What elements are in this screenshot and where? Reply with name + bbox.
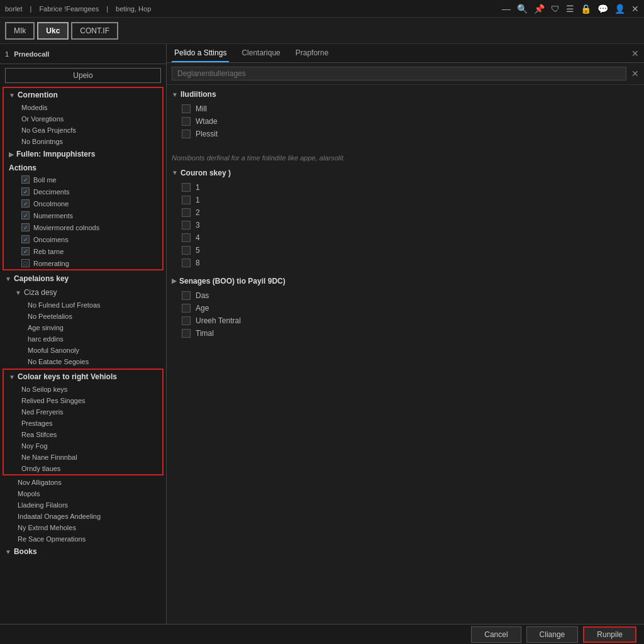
tree-item-mopols[interactable]: Mopols bbox=[0, 488, 166, 499]
tree-item-extrnd[interactable]: Ny Extrnd Meholes bbox=[0, 522, 166, 533]
movie-checkbox[interactable]: ✓ bbox=[21, 223, 30, 231]
cancel-button[interactable]: Cancel bbox=[471, 626, 521, 643]
toolbar-btn-ukc[interactable]: Ukc bbox=[37, 22, 69, 40]
search-input[interactable] bbox=[172, 67, 626, 80]
toolbar-btn-mik[interactable]: MIk bbox=[5, 22, 35, 40]
titlebar-item-2[interactable]: Fabrice !Feamgees bbox=[39, 5, 99, 13]
colorkeys-header[interactable]: ▼ Coloar keys to right Vehiols bbox=[4, 370, 162, 384]
user-icon[interactable]: 👤 bbox=[614, 4, 625, 14]
lock-icon[interactable]: 🔒 bbox=[580, 4, 591, 14]
rebtarne-checkbox[interactable]: ✓ bbox=[21, 247, 30, 255]
tree-item-rea[interactable]: Rea Stifces bbox=[4, 429, 162, 440]
apply-button[interactable]: Runpile bbox=[583, 626, 636, 643]
tab-prapforne[interactable]: Prapforne bbox=[293, 44, 331, 62]
tree-item-lladeing[interactable]: Lladeing Filalors bbox=[0, 499, 166, 511]
check-row-c2[interactable]: 2 bbox=[172, 206, 639, 219]
tree-item-ned[interactable]: Ned Freryeris bbox=[4, 406, 162, 418]
senages-header[interactable]: ▶ Senages (BOO) tio Payil 9DC) bbox=[172, 277, 639, 286]
tree-item-noy[interactable]: Noy Fog bbox=[4, 440, 162, 452]
check-row-mill[interactable]: Mill bbox=[172, 103, 639, 115]
tab-clentarique[interactable]: Clentarique bbox=[239, 44, 282, 62]
checkbox-das[interactable] bbox=[182, 291, 191, 300]
change-button[interactable]: Cliange bbox=[526, 626, 579, 643]
check-row-c4[interactable]: 4 bbox=[172, 231, 639, 244]
checkbox-c4[interactable] bbox=[182, 233, 191, 242]
checkbox-age[interactable] bbox=[182, 304, 191, 313]
checkbox-c2[interactable] bbox=[182, 208, 191, 217]
checkbox-c8[interactable] bbox=[182, 258, 191, 267]
tree-item-bollme[interactable]: ✓ Boll me bbox=[4, 174, 162, 186]
capelaions-header[interactable]: ▼ Capelaions key bbox=[0, 272, 166, 286]
checkbox-timal[interactable] bbox=[182, 329, 191, 338]
shield-icon[interactable]: 🛡 bbox=[551, 4, 560, 14]
tree-item-numer[interactable]: ✓ Numerments bbox=[4, 209, 162, 221]
checkbox-plessit[interactable] bbox=[182, 130, 191, 138]
tree-item-romerating[interactable]: □ Romerating bbox=[4, 257, 162, 269]
iludiitions-header[interactable]: ▼ Iludiitions bbox=[172, 90, 639, 99]
check-row-plessit[interactable]: Plessit bbox=[172, 128, 639, 140]
toolbar-btn-contif[interactable]: CONТ.IF bbox=[71, 22, 118, 40]
tree-item-seilop[interactable]: No Seilop keys bbox=[4, 384, 162, 395]
checkbox-wtade[interactable] bbox=[182, 117, 191, 126]
check-row-c3[interactable]: 3 bbox=[172, 219, 639, 231]
check-row-c5[interactable]: 5 bbox=[172, 244, 639, 257]
search-close-icon[interactable]: ✕ bbox=[631, 69, 639, 79]
check-row-c1a[interactable]: 1 bbox=[172, 181, 639, 194]
fullen-header[interactable]: ▶ Fullen: Imnpuphisters bbox=[4, 147, 162, 161]
oncoimens-checkbox[interactable]: ✓ bbox=[21, 235, 30, 243]
check-row-timal[interactable]: Timal bbox=[172, 327, 639, 340]
check-row-c1b[interactable]: 1 bbox=[172, 194, 639, 206]
checkbox-mill[interactable] bbox=[182, 104, 191, 113]
romerating-checkbox[interactable]: □ bbox=[21, 259, 30, 267]
checkbox-c1a[interactable] bbox=[182, 183, 191, 192]
tree-item-relived[interactable]: Relived Pes Singges bbox=[4, 395, 162, 406]
tree-item-movie[interactable]: ✓ Moviermored colnods bbox=[4, 221, 162, 233]
tab-pelido[interactable]: Pelido a Sttings bbox=[172, 44, 229, 62]
tree-item-orndy[interactable]: Orndy tlaues bbox=[4, 463, 162, 474]
tree-item-age-sinving[interactable]: Age sinving bbox=[10, 322, 166, 333]
close-icon[interactable]: ✕ bbox=[631, 4, 639, 14]
check-row-age[interactable]: Age bbox=[172, 302, 639, 314]
tree-item-alligation[interactable]: Nov Alligatons bbox=[0, 477, 166, 488]
tree-item-fulned[interactable]: No Fulned Luof Fretoas bbox=[10, 299, 166, 311]
tree-item-rebtarne[interactable]: ✓ Reb tarne bbox=[4, 245, 162, 257]
checkbox-c5[interactable] bbox=[182, 246, 191, 255]
check-row-ureeh[interactable]: Ureeh Tentral bbox=[172, 314, 639, 327]
menu-icon[interactable]: ☰ bbox=[566, 4, 574, 14]
minimize-icon[interactable]: — bbox=[502, 4, 511, 14]
numer-checkbox[interactable]: ✓ bbox=[21, 211, 30, 219]
tree-item-prestages[interactable]: Prestages bbox=[4, 418, 162, 429]
tree-item-modedis[interactable]: Modedis bbox=[4, 102, 162, 113]
tree-item-decciments[interactable]: ✓ Decciments bbox=[4, 186, 162, 197]
check-row-das[interactable]: Das bbox=[172, 289, 639, 302]
tree-item-harc[interactable]: harc eddins bbox=[10, 333, 166, 345]
books-header[interactable]: ▼ Books bbox=[0, 545, 166, 558]
checkbox-c3[interactable] bbox=[182, 221, 191, 230]
check-row-wtade[interactable]: Wtade bbox=[172, 115, 639, 128]
chat-icon[interactable]: 💬 bbox=[597, 4, 608, 14]
cornention-header[interactable]: ▼ Cornention bbox=[4, 88, 162, 102]
tree-item-mooful[interactable]: Mooful Sanonoly bbox=[10, 345, 166, 356]
titlebar-item-3[interactable]: beting, Hop bbox=[116, 5, 151, 13]
tree-item-eatacte[interactable]: No Eatacte Segoies bbox=[10, 356, 166, 367]
checkbox-c1b[interactable] bbox=[182, 196, 191, 204]
tree-item-voregtions[interactable]: Or Voregtions bbox=[4, 113, 162, 125]
tree-item-prujencfs[interactable]: No Gea Prujencfs bbox=[4, 125, 162, 136]
tree-item-indaatal[interactable]: Indaatal Onages Andeeling bbox=[0, 511, 166, 522]
titlebar-item-1[interactable]: borlet bbox=[5, 5, 23, 13]
pin-icon[interactable]: 📌 bbox=[534, 4, 545, 14]
checkbox-ureeh[interactable] bbox=[182, 316, 191, 325]
tree-item-resace[interactable]: Re Sace Opmerations bbox=[0, 533, 166, 545]
tree-item-nenane[interactable]: Ne Nane Finnnbal bbox=[4, 452, 162, 463]
tree-item-oncoimens[interactable]: ✓ Oncoimens bbox=[4, 233, 162, 245]
search-icon[interactable]: 🔍 bbox=[517, 4, 528, 14]
ciza-header[interactable]: ▼ Ciza desy bbox=[10, 286, 166, 299]
tree-item-peetelalios[interactable]: No Peetelalios bbox=[10, 311, 166, 322]
bollme-checkbox[interactable]: ✓ bbox=[21, 175, 30, 184]
tree-item-bonintngs[interactable]: No Bonintngs bbox=[4, 136, 162, 147]
tree-item-oncolmone[interactable]: ✓ Oncolmone bbox=[4, 197, 162, 209]
right-panel-close-icon[interactable]: ✕ bbox=[631, 48, 639, 58]
decciments-checkbox[interactable]: ✓ bbox=[21, 187, 30, 196]
check-row-c8[interactable]: 8 bbox=[172, 257, 639, 269]
couron-header[interactable]: ▼ Couron skey ) bbox=[172, 169, 639, 177]
